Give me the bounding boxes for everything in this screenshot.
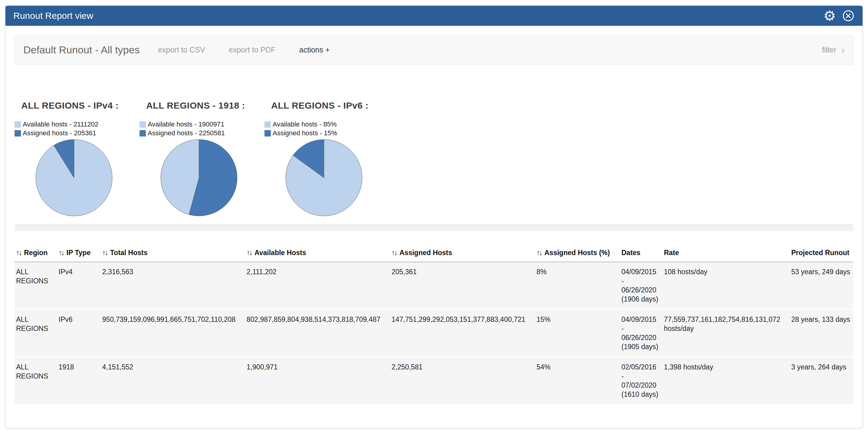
horizontal-scrollbar-track[interactable]	[14, 224, 854, 231]
window-title: Runout Report view	[13, 11, 93, 21]
close-icon[interactable]	[842, 9, 855, 22]
legend-label: Available hosts - 85%	[273, 120, 337, 128]
date-days: (1905 days)	[621, 342, 659, 351]
legend-swatch-available	[265, 121, 271, 128]
export-pdf-link[interactable]: export to PDF	[229, 45, 275, 54]
pie-chart	[159, 138, 265, 217]
col-header-projected-runout: Projected Runout	[790, 249, 854, 262]
legend-swatch-assigned	[140, 130, 146, 136]
pie-chart	[284, 138, 390, 217]
cell-projected-runout: 53 years, 249 days	[790, 262, 854, 309]
runout-report-window: Runout Report view ⚙ Default Runout - Al…	[5, 5, 863, 428]
pie-chart-block: ALL REGIONS - IPv4 :Available hosts - 21…	[14, 100, 140, 217]
runout-report-table: ↑↓Region↑↓IP Type↑↓Total Hosts↑↓Availabl…	[14, 249, 854, 405]
filter-label: filter	[822, 45, 836, 54]
cell-rate: 1,398 hosts/day	[662, 357, 790, 405]
date-start: 02/05/2016	[621, 363, 659, 372]
pie-chart	[35, 138, 140, 217]
cell-dates: 04/09/2015-06/26/2020(1905 days)	[620, 309, 662, 357]
col-header-label: Assigned Hosts (%)	[545, 249, 610, 257]
chart-title: ALL REGIONS - IPv4 :	[21, 100, 140, 111]
sort-icon[interactable]: ↑↓	[536, 249, 542, 257]
date-separator: -	[621, 276, 659, 285]
col-header-total-hosts[interactable]: ↑↓Total Hosts	[101, 249, 245, 262]
cell-region: ALL REGIONS	[14, 262, 57, 309]
col-header-label: Assigned Hosts	[399, 249, 452, 257]
cell-available-hosts: 2,111,202	[245, 262, 390, 309]
titlebar: Runout Report view ⚙	[5, 6, 863, 26]
cell-available-hosts: 802,987,859,804,938,514,373,818,709,487	[245, 309, 390, 357]
col-header-dates: Dates	[620, 249, 662, 262]
sort-icon[interactable]: ↑↓	[247, 249, 252, 257]
legend-label: Available hosts - 1900971	[148, 120, 224, 128]
legend-item: Available hosts - 85%	[265, 120, 390, 128]
col-header-assigned-hosts[interactable]: ↑↓Assigned Hosts (%)	[535, 249, 620, 262]
legend-item: Available hosts - 1900971	[140, 120, 265, 128]
cell-region: ALL REGIONS	[14, 309, 57, 357]
col-header-label: Total Hosts	[110, 249, 148, 257]
cell-total-hosts: 2,316,563	[101, 262, 245, 309]
legend-swatch-available	[140, 121, 146, 128]
cell-assigned-pct: 8%	[535, 262, 620, 309]
table-row: ALL REGIONSIPv6950,739,159,096,991,665,7…	[14, 309, 854, 357]
window-content: Default Runout - All types export to CSV…	[5, 26, 863, 405]
legend-label: Assigned hosts - 205361	[23, 129, 96, 137]
date-days: (1906 days)	[621, 294, 659, 304]
table-header-row: ↑↓Region↑↓IP Type↑↓Total Hosts↑↓Availabl…	[14, 249, 854, 262]
legend-item: Assigned hosts - 2250581	[140, 129, 265, 137]
sort-icon[interactable]: ↑↓	[392, 249, 397, 257]
date-end: 07/02/2020	[621, 381, 659, 390]
sort-icon[interactable]: ↑↓	[16, 249, 21, 257]
sort-icon[interactable]: ↑↓	[102, 249, 107, 257]
chevron-right-icon: ›	[841, 44, 845, 55]
col-header-assigned-hosts[interactable]: ↑↓Assigned Hosts	[390, 249, 535, 262]
page: Runout Report view ⚙ Default Runout - Al…	[0, 0, 868, 438]
filter-toggle[interactable]: filter ›	[822, 44, 845, 55]
legend-label: Assigned hosts - 15%	[273, 129, 337, 137]
date-start: 04/09/2015	[621, 267, 659, 276]
col-header-ip-type[interactable]: ↑↓IP Type	[57, 249, 101, 262]
col-header-available-hosts[interactable]: ↑↓Available Hosts	[245, 249, 390, 262]
chart-legend: Available hosts - 85%Assigned hosts - 15…	[265, 120, 390, 137]
legend-swatch-assigned	[265, 130, 271, 136]
cell-available-hosts: 1,900,971	[245, 357, 390, 405]
toolbar: Default Runout - All types export to CSV…	[14, 35, 854, 65]
legend-label: Available hosts - 2111202	[23, 120, 99, 128]
cell-ip-type: IPv6	[57, 309, 101, 357]
cell-assigned-hosts: 147,751,299,292,053,151,377,883,400,721	[390, 309, 535, 357]
cell-total-hosts: 4,151,552	[101, 357, 245, 405]
charts-row: ALL REGIONS - IPv4 :Available hosts - 21…	[14, 100, 854, 217]
date-end: 06/26/2020	[621, 285, 659, 294]
titlebar-icons: ⚙	[824, 9, 855, 23]
cell-dates: 04/09/2015-06/26/2020(1906 days)	[620, 262, 662, 309]
col-header-label: Region	[24, 249, 48, 257]
pie-chart-block: ALL REGIONS - 1918 :Available hosts - 19…	[140, 100, 265, 217]
settings-gear-icon[interactable]: ⚙	[824, 9, 836, 23]
pie-chart-svg	[35, 138, 114, 217]
actions-menu-button[interactable]: actions +	[299, 45, 330, 54]
chart-title: ALL REGIONS - 1918 :	[146, 100, 265, 111]
col-header-label: Projected Runout	[791, 249, 849, 257]
cell-total-hosts: 950,739,159,096,991,665,751,702,110,208	[101, 309, 245, 357]
col-header-label: IP Type	[66, 249, 91, 257]
legend-swatch-assigned	[14, 130, 21, 136]
col-header-region[interactable]: ↑↓Region	[14, 249, 57, 262]
export-csv-link[interactable]: export to CSV	[158, 45, 205, 54]
cell-projected-runout: 3 years, 264 days	[790, 357, 854, 405]
cell-assigned-pct: 15%	[535, 309, 620, 357]
col-header-rate: Rate	[662, 249, 790, 262]
cell-rate: 77,559,737,161,182,754,816,131,072 hosts…	[662, 309, 790, 357]
table-row: ALL REGIONSIPv42,316,5632,111,202205,361…	[14, 262, 854, 309]
pie-chart-block: ALL REGIONS - IPv6 :Available hosts - 85…	[265, 100, 390, 217]
chart-legend: Available hosts - 2111202Assigned hosts …	[14, 120, 140, 137]
col-header-label: Rate	[664, 249, 679, 257]
sort-icon[interactable]: ↑↓	[59, 249, 64, 257]
table-row: ALL REGIONS19184,151,5521,900,9712,250,5…	[14, 357, 854, 405]
report-title: Default Runout - All types	[23, 44, 140, 56]
cell-assigned-hosts: 2,250,581	[390, 357, 535, 405]
date-separator: -	[621, 324, 659, 333]
col-header-label: Dates	[621, 249, 641, 257]
date-start: 04/09/2015	[621, 315, 659, 324]
cell-ip-type: IPv4	[57, 262, 101, 309]
chart-title: ALL REGIONS - IPv6 :	[271, 100, 390, 111]
